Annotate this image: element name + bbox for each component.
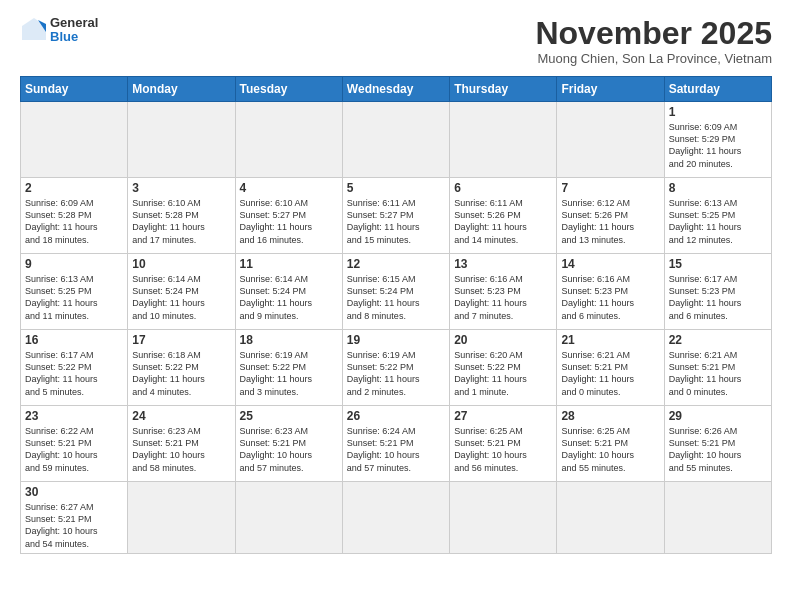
calendar-cell: 11Sunrise: 6:14 AM Sunset: 5:24 PM Dayli…: [235, 254, 342, 330]
day-number: 18: [240, 333, 338, 347]
day-info: Sunrise: 6:10 AM Sunset: 5:28 PM Dayligh…: [132, 197, 230, 246]
month-title: November 2025: [535, 16, 772, 51]
calendar-cell: 14Sunrise: 6:16 AM Sunset: 5:23 PM Dayli…: [557, 254, 664, 330]
calendar-cell: 12Sunrise: 6:15 AM Sunset: 5:24 PM Dayli…: [342, 254, 449, 330]
day-info: Sunrise: 6:18 AM Sunset: 5:22 PM Dayligh…: [132, 349, 230, 398]
calendar-cell: 1Sunrise: 6:09 AM Sunset: 5:29 PM Daylig…: [664, 102, 771, 178]
location-subtitle: Muong Chien, Son La Province, Vietnam: [535, 51, 772, 66]
day-number: 21: [561, 333, 659, 347]
calendar-cell: [557, 482, 664, 554]
day-number: 4: [240, 181, 338, 195]
calendar-cell: 4Sunrise: 6:10 AM Sunset: 5:27 PM Daylig…: [235, 178, 342, 254]
day-number: 13: [454, 257, 552, 271]
calendar-week: 1Sunrise: 6:09 AM Sunset: 5:29 PM Daylig…: [21, 102, 772, 178]
calendar-week: 16Sunrise: 6:17 AM Sunset: 5:22 PM Dayli…: [21, 330, 772, 406]
calendar-cell: 25Sunrise: 6:23 AM Sunset: 5:21 PM Dayli…: [235, 406, 342, 482]
day-info: Sunrise: 6:27 AM Sunset: 5:21 PM Dayligh…: [25, 501, 123, 550]
calendar-table: SundayMondayTuesdayWednesdayThursdayFrid…: [20, 76, 772, 554]
calendar-cell: 27Sunrise: 6:25 AM Sunset: 5:21 PM Dayli…: [450, 406, 557, 482]
weekday-header: Saturday: [664, 77, 771, 102]
calendar-cell: [557, 102, 664, 178]
day-number: 9: [25, 257, 123, 271]
day-info: Sunrise: 6:24 AM Sunset: 5:21 PM Dayligh…: [347, 425, 445, 474]
day-number: 27: [454, 409, 552, 423]
weekday-header: Friday: [557, 77, 664, 102]
day-number: 2: [25, 181, 123, 195]
day-number: 19: [347, 333, 445, 347]
day-number: 30: [25, 485, 123, 499]
calendar-cell: 7Sunrise: 6:12 AM Sunset: 5:26 PM Daylig…: [557, 178, 664, 254]
calendar-cell: [128, 482, 235, 554]
weekday-header: Thursday: [450, 77, 557, 102]
calendar-cell: [128, 102, 235, 178]
logo-text: General Blue: [50, 16, 98, 45]
day-info: Sunrise: 6:17 AM Sunset: 5:23 PM Dayligh…: [669, 273, 767, 322]
day-info: Sunrise: 6:12 AM Sunset: 5:26 PM Dayligh…: [561, 197, 659, 246]
day-info: Sunrise: 6:11 AM Sunset: 5:26 PM Dayligh…: [454, 197, 552, 246]
day-number: 16: [25, 333, 123, 347]
header: General Blue November 2025 Muong Chien, …: [20, 16, 772, 66]
calendar-cell: 13Sunrise: 6:16 AM Sunset: 5:23 PM Dayli…: [450, 254, 557, 330]
calendar-cell: 24Sunrise: 6:23 AM Sunset: 5:21 PM Dayli…: [128, 406, 235, 482]
day-info: Sunrise: 6:13 AM Sunset: 5:25 PM Dayligh…: [25, 273, 123, 322]
calendar-cell: 19Sunrise: 6:19 AM Sunset: 5:22 PM Dayli…: [342, 330, 449, 406]
day-info: Sunrise: 6:15 AM Sunset: 5:24 PM Dayligh…: [347, 273, 445, 322]
logo-svg: [20, 16, 48, 44]
day-number: 5: [347, 181, 445, 195]
calendar-cell: 3Sunrise: 6:10 AM Sunset: 5:28 PM Daylig…: [128, 178, 235, 254]
day-number: 22: [669, 333, 767, 347]
day-number: 23: [25, 409, 123, 423]
calendar-cell: 28Sunrise: 6:25 AM Sunset: 5:21 PM Dayli…: [557, 406, 664, 482]
title-block: November 2025 Muong Chien, Son La Provin…: [535, 16, 772, 66]
day-info: Sunrise: 6:09 AM Sunset: 5:28 PM Dayligh…: [25, 197, 123, 246]
day-info: Sunrise: 6:13 AM Sunset: 5:25 PM Dayligh…: [669, 197, 767, 246]
day-info: Sunrise: 6:16 AM Sunset: 5:23 PM Dayligh…: [561, 273, 659, 322]
day-number: 3: [132, 181, 230, 195]
calendar-cell: 5Sunrise: 6:11 AM Sunset: 5:27 PM Daylig…: [342, 178, 449, 254]
calendar-cell: 23Sunrise: 6:22 AM Sunset: 5:21 PM Dayli…: [21, 406, 128, 482]
calendar-cell: 9Sunrise: 6:13 AM Sunset: 5:25 PM Daylig…: [21, 254, 128, 330]
svg-marker-0: [22, 18, 46, 40]
calendar-cell: 6Sunrise: 6:11 AM Sunset: 5:26 PM Daylig…: [450, 178, 557, 254]
calendar-cell: [235, 482, 342, 554]
day-info: Sunrise: 6:19 AM Sunset: 5:22 PM Dayligh…: [240, 349, 338, 398]
calendar-week: 30Sunrise: 6:27 AM Sunset: 5:21 PM Dayli…: [21, 482, 772, 554]
day-info: Sunrise: 6:23 AM Sunset: 5:21 PM Dayligh…: [132, 425, 230, 474]
calendar-header: SundayMondayTuesdayWednesdayThursdayFrid…: [21, 77, 772, 102]
calendar-cell: [342, 102, 449, 178]
weekday-header: Wednesday: [342, 77, 449, 102]
weekday-header: Tuesday: [235, 77, 342, 102]
day-info: Sunrise: 6:14 AM Sunset: 5:24 PM Dayligh…: [240, 273, 338, 322]
calendar-cell: 30Sunrise: 6:27 AM Sunset: 5:21 PM Dayli…: [21, 482, 128, 554]
day-number: 15: [669, 257, 767, 271]
day-number: 17: [132, 333, 230, 347]
calendar-cell: 10Sunrise: 6:14 AM Sunset: 5:24 PM Dayli…: [128, 254, 235, 330]
day-info: Sunrise: 6:16 AM Sunset: 5:23 PM Dayligh…: [454, 273, 552, 322]
day-info: Sunrise: 6:21 AM Sunset: 5:21 PM Dayligh…: [561, 349, 659, 398]
day-info: Sunrise: 6:11 AM Sunset: 5:27 PM Dayligh…: [347, 197, 445, 246]
calendar-cell: 16Sunrise: 6:17 AM Sunset: 5:22 PM Dayli…: [21, 330, 128, 406]
day-info: Sunrise: 6:19 AM Sunset: 5:22 PM Dayligh…: [347, 349, 445, 398]
calendar-week: 23Sunrise: 6:22 AM Sunset: 5:21 PM Dayli…: [21, 406, 772, 482]
day-number: 10: [132, 257, 230, 271]
calendar-cell: 29Sunrise: 6:26 AM Sunset: 5:21 PM Dayli…: [664, 406, 771, 482]
calendar-cell: 26Sunrise: 6:24 AM Sunset: 5:21 PM Dayli…: [342, 406, 449, 482]
weekday-header: Monday: [128, 77, 235, 102]
day-info: Sunrise: 6:25 AM Sunset: 5:21 PM Dayligh…: [454, 425, 552, 474]
logo-container: General Blue: [20, 16, 98, 45]
calendar-cell: [450, 102, 557, 178]
calendar-cell: 18Sunrise: 6:19 AM Sunset: 5:22 PM Dayli…: [235, 330, 342, 406]
calendar-week: 9Sunrise: 6:13 AM Sunset: 5:25 PM Daylig…: [21, 254, 772, 330]
calendar-cell: 2Sunrise: 6:09 AM Sunset: 5:28 PM Daylig…: [21, 178, 128, 254]
day-info: Sunrise: 6:25 AM Sunset: 5:21 PM Dayligh…: [561, 425, 659, 474]
calendar-cell: [235, 102, 342, 178]
day-number: 7: [561, 181, 659, 195]
day-number: 6: [454, 181, 552, 195]
calendar-cell: 22Sunrise: 6:21 AM Sunset: 5:21 PM Dayli…: [664, 330, 771, 406]
calendar-cell: 21Sunrise: 6:21 AM Sunset: 5:21 PM Dayli…: [557, 330, 664, 406]
day-number: 20: [454, 333, 552, 347]
day-info: Sunrise: 6:26 AM Sunset: 5:21 PM Dayligh…: [669, 425, 767, 474]
day-number: 14: [561, 257, 659, 271]
calendar-cell: [21, 102, 128, 178]
day-info: Sunrise: 6:09 AM Sunset: 5:29 PM Dayligh…: [669, 121, 767, 170]
